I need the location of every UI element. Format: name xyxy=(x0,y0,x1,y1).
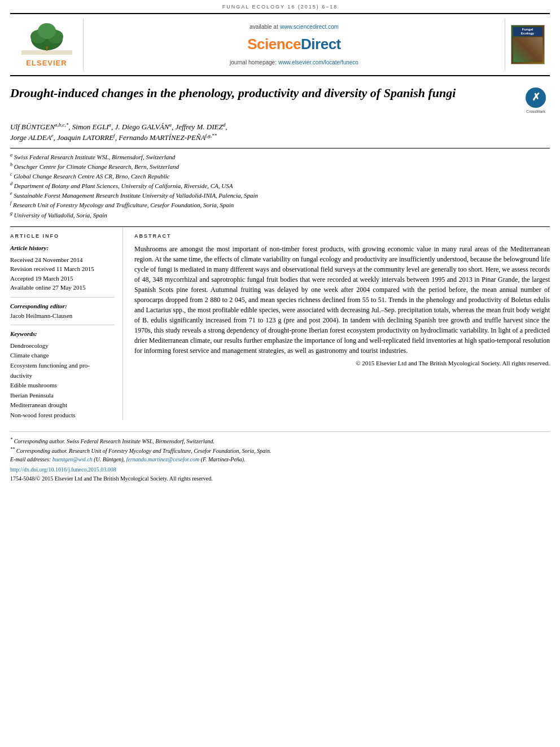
sd-logo-blue: Direct xyxy=(301,36,341,53)
affiliation-d: d Department of Botany and Plant Science… xyxy=(10,181,550,190)
keyword-mediterranean: Mediterranean drought xyxy=(10,400,115,410)
keyword-edible: Edible mushrooms xyxy=(10,381,115,391)
footnote-1-sup: * xyxy=(10,437,12,442)
two-column-layout: ARTICLE INFO Article history: Received 2… xyxy=(10,226,550,421)
keyword-dendroecology: Dendroecology xyxy=(10,341,115,351)
journal-homepage-link[interactable]: www.elsevier.com/locate/funeco xyxy=(278,59,358,65)
footnote-1: * Corresponding author. Swiss Federal Re… xyxy=(10,436,550,445)
abstract-column: ABSTRACT Mushrooms are amongst the most … xyxy=(134,227,550,421)
article-info-column: ARTICLE INFO Article history: Received 2… xyxy=(10,227,123,421)
author-egli: Simon EGLI xyxy=(72,123,109,131)
info-divider-1 xyxy=(10,297,115,298)
svg-point-5 xyxy=(38,23,56,39)
affil-sup-f: f xyxy=(10,200,11,206)
abstract-paragraph: Mushrooms are amongst the most important… xyxy=(134,244,550,356)
author-galvan: J. Diego GALVÁN xyxy=(115,123,169,131)
available-at-text: available at xyxy=(250,24,278,30)
copyright-line: © 2015 Elsevier Ltd and The British Myco… xyxy=(134,359,550,368)
journal-cover-image: FungalEcology xyxy=(511,25,545,64)
available-text-line: available at www.sciencedirect.com xyxy=(250,21,339,32)
affil-text-d: Department of Botany and Plant Sciences,… xyxy=(14,182,233,189)
journal-cover-title: FungalEcology xyxy=(513,27,542,36)
email-label: E-mail addresses: xyxy=(10,456,51,462)
header-section: ELSEVIER available at www.sciencedirect.… xyxy=(10,13,550,76)
revision-date: Revision received 11 March 2015 xyxy=(10,264,115,274)
email-2-note: (F. Martínez-Peña). xyxy=(201,456,246,462)
affil-text-c: Global Change Research Centre AS CR, Brn… xyxy=(14,173,169,180)
authors-line: Ulf BÜNTGENa,b,c,*, Simon EGLIa, J. Dieg… xyxy=(10,121,550,144)
keywords-label: Keywords: xyxy=(10,330,115,338)
journal-bar-text: FUNGAL ECOLOGY 16 (2015) 6–18 xyxy=(222,4,338,10)
egli-sup: a xyxy=(108,122,111,128)
buntgen-sup: a,b,c,* xyxy=(55,122,68,128)
footnote-2-sup: ** xyxy=(10,447,15,452)
author-aldea: Jorge ALDEA xyxy=(10,134,51,142)
affiliation-g: g University of Valladolid, Soria, Spain xyxy=(10,210,550,220)
affiliation-b: b Oeschger Centre for Climate Change Res… xyxy=(10,161,550,171)
elsevier-tree-svg xyxy=(21,21,72,55)
journal-homepage-text: journal homepage: xyxy=(230,59,277,65)
author-buntgen: Ulf BÜNTGEN xyxy=(10,123,55,131)
elsevier-logo: ELSEVIER xyxy=(10,19,84,71)
keyword-ecosystem: Ecosystem functioning and pro-ductivity xyxy=(10,361,115,381)
affil-sup-a: a xyxy=(10,152,12,158)
affil-sup-e: e xyxy=(10,191,12,196)
sciencedirect-logo: ScienceDirect xyxy=(247,34,341,54)
affiliation-c: c Global Change Research Centre AS CR, B… xyxy=(10,171,550,181)
affiliation-f: f Research Unit of Forestry Mycology and… xyxy=(10,200,550,209)
available-link[interactable]: www.sciencedirect.com xyxy=(280,24,339,30)
header-center: available at www.sciencedirect.com Scien… xyxy=(84,19,505,71)
affil-sup-g: g xyxy=(10,211,12,216)
elsevier-tree-image xyxy=(21,21,72,55)
affiliation-a: a Swiss Federal Research Institute WSL, … xyxy=(10,152,550,161)
footnote-2: ** Corresponding author. Research Unit o… xyxy=(10,446,550,455)
email-line: E-mail addresses: buentgen@wsl.ch (U. Bü… xyxy=(10,455,550,464)
author-latorre: Joaquin LATORRE xyxy=(57,134,113,142)
footnote-1-text: Corresponding author. Swiss Federal Rese… xyxy=(14,439,215,445)
journal-bar: FUNGAL ECOLOGY 16 (2015) 6–18 xyxy=(0,0,560,13)
author-martinez: Fernando MARTÍNEZ-PEÑA xyxy=(119,134,205,142)
received-date: Received 24 November 2014 xyxy=(10,255,115,265)
issn-line: 1754-5048/© 2015 Elsevier Ltd and The Br… xyxy=(10,475,550,483)
corresponding-editor-name: Jacob Heilmann-Clausen xyxy=(10,312,115,320)
affil-sup-c: c xyxy=(10,172,12,177)
affiliations-section: a Swiss Federal Research Institute WSL, … xyxy=(10,148,550,219)
affil-sup-b: b xyxy=(10,162,12,167)
crossmark-badge[interactable]: ✗ CrossMark xyxy=(522,88,550,115)
affiliation-e: e Sustainable Forest Management Research… xyxy=(10,190,550,200)
info-divider-2 xyxy=(10,325,115,325)
galvan-sup: a xyxy=(169,122,172,128)
crossmark-icon: ✗ xyxy=(526,88,546,108)
svg-rect-7 xyxy=(46,49,47,51)
footer-section: * Corresponding author. Swiss Federal Re… xyxy=(10,431,550,483)
affil-text-e: Sustainable Forest Management Research I… xyxy=(14,192,258,199)
doi-link[interactable]: http://dx.doi.org/10.1016/j.funeco.2015.… xyxy=(10,466,116,473)
footnote-2-text: Corresponding author. Research Unit of F… xyxy=(16,448,272,454)
article-title: Drought-induced changes in the phenology… xyxy=(10,85,456,102)
journal-cover: FungalEcology xyxy=(505,19,550,71)
available-date: Available online 27 May 2015 xyxy=(10,283,115,292)
svg-rect-0 xyxy=(21,50,72,55)
email-2-link[interactable]: fernando.martinez@cesefor.com xyxy=(126,456,199,462)
abstract-section-label: ABSTRACT xyxy=(134,233,550,240)
article-history-label: Article history: xyxy=(10,244,115,252)
martinez-sup: f,g,** xyxy=(205,133,217,138)
keyword-nonwood: Non-wood forest products xyxy=(10,410,115,421)
email-1-note: (U. Büntgen), xyxy=(94,456,125,462)
authors-section: Ulf BÜNTGENa,b,c,*, Simon EGLIa, J. Dieg… xyxy=(10,121,550,144)
elsevier-label-text: ELSEVIER xyxy=(26,58,67,68)
diez-sup: d xyxy=(223,122,226,128)
doi-line: http://dx.doi.org/10.1016/j.funeco.2015.… xyxy=(10,466,550,474)
author-diez: Jeffrey M. DIEZ xyxy=(175,123,222,131)
sd-logo-orange: Science xyxy=(247,36,301,53)
journal-cover-image-area xyxy=(513,37,542,62)
crossmark-label: CrossMark xyxy=(526,109,545,115)
corresponding-editor-label: Corresponding editor: xyxy=(10,302,115,311)
keyword-iberian: Iberian Peninsula xyxy=(10,391,115,401)
email-1-link[interactable]: buentgen@wsl.ch xyxy=(53,456,93,462)
svg-point-6 xyxy=(46,46,48,49)
journal-homepage-line: journal homepage: www.elsevier.com/locat… xyxy=(230,57,358,67)
latorre-sup: f xyxy=(113,133,115,138)
aldea-sup: e xyxy=(51,133,54,138)
affil-text-b: Oeschger Centre for Climate Change Resea… xyxy=(14,163,179,170)
